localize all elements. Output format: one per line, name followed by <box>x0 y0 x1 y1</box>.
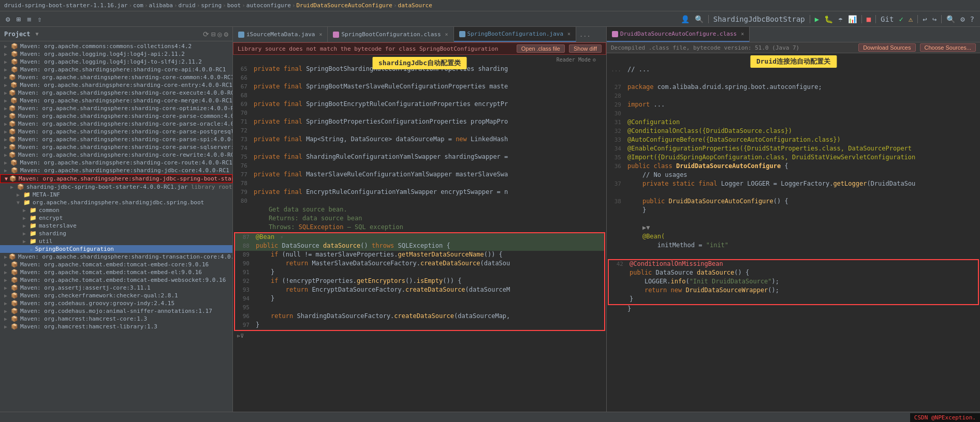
stop-icon[interactable]: ■ <box>865 14 872 24</box>
tree-item[interactable]: ▶ 📦 Maven: org.apache.logging.log4j:log4… <box>0 58 232 66</box>
open-class-button[interactable]: Open .class file <box>517 44 565 53</box>
sidebar-gear-icon[interactable]: ⚙ <box>224 30 228 38</box>
chinese-popup: shardingJdbc自动配置类 <box>372 57 467 69</box>
tree-item[interactable]: ▶ 📦 Maven: org.apache.tomcat.embed:tomca… <box>0 261 232 268</box>
close-tab-icon[interactable]: × <box>567 31 571 37</box>
undo-icon[interactable]: ↩ <box>921 14 928 24</box>
user-icon[interactable]: 👤 <box>679 14 691 24</box>
coverage-icon[interactable]: ☂ <box>837 14 844 24</box>
sync-icon[interactable]: ⟳ <box>203 30 209 38</box>
tree-item-selected[interactable]: ☕ SpringBootConfiguration <box>0 245 232 253</box>
tree-item[interactable]: ▶ 📦 Maven: org.apache.shardingsphere:sha… <box>0 143 232 151</box>
tab-isource[interactable]: iSourceMetaData.java × <box>233 27 328 42</box>
tab-springboot-java[interactable]: SpringBootConfiguration.java × <box>454 27 576 42</box>
tree-item[interactable]: ▶ 📁 encrypt <box>0 214 232 222</box>
find-icon[interactable]: 🔍 <box>945 14 957 24</box>
tree-item[interactable]: ▶ 📁 util <box>0 237 232 245</box>
debug-icon[interactable]: 🐛 <box>823 14 835 24</box>
help-icon[interactable]: ? <box>969 14 976 24</box>
tree-item[interactable]: ▶ 📦 Maven: org.apache.shardingsphere:sha… <box>0 253 232 261</box>
download-sources-button[interactable]: Download Sources <box>858 43 915 52</box>
profile-icon[interactable]: 📊 <box>846 14 858 24</box>
left-code-area[interactable]: 65 private final SpringBootShardingRuleC… <box>233 55 606 412</box>
tree-item[interactable]: ▶ 📦 Maven: org.apache.shardingsphere:sha… <box>0 135 232 143</box>
code-line: 91 } <box>235 268 604 277</box>
breadcrumb-item[interactable]: druid <box>179 2 196 9</box>
right-code-area[interactable]: ... // ... 27 package com.alibaba.druid.… <box>607 53 980 412</box>
tree-item[interactable]: ▶ 📦 Maven: org.apache.shardingsphere:sha… <box>0 66 232 73</box>
code-line: 78 <box>233 179 606 188</box>
tree-item[interactable]: ▶ 📦 Maven: org.apache.shardingsphere:sha… <box>0 81 232 89</box>
breadcrumb-item[interactable]: druid-spring-boot-starter-1.1.16.jar <box>4 2 127 9</box>
tree-item[interactable]: ▶ 📦 Maven: org.apache.tomcat.embed:tomca… <box>0 276 232 284</box>
tree-item[interactable]: ▶ 📁 masterslave <box>0 222 232 230</box>
tree-item[interactable]: ▶ 📦 Maven: org.apache.shardingsphere:sha… <box>0 104 232 112</box>
tree-item[interactable]: ▶ 📦 Maven: org.apache.tomcat.embed:tomca… <box>0 268 232 276</box>
sidebar-dropdown[interactable]: ▼ <box>36 31 39 37</box>
menu-icon[interactable]: ≡ <box>25 14 33 24</box>
tree-item[interactable]: ▶ 📦 Maven: org.apache.shardingsphere:sha… <box>0 159 232 167</box>
main-area: Project ▼ ⟳ ⊟ ◎ ⚙ ▶ 📦 Maven: org.apache.… <box>0 27 980 412</box>
tab-springboot-class[interactable]: SpringBootConfiguration.class × <box>328 27 454 42</box>
right-editor-panel: DruidDataSourceAutoConfigure.class × Dec… <box>607 27 980 412</box>
tree-item[interactable]: ▶ 📦 Maven: org.assertj:assertj-core:3.11… <box>0 284 232 292</box>
tree-item[interactable]: ▶ 📦 Maven: org.apache.shardingsphere:sha… <box>0 151 232 159</box>
tree-item[interactable]: ▶ 📦 Maven: org.checkerframework:checker-… <box>0 292 232 299</box>
tree-item[interactable]: ▼ 📁 org.apache.shardingsphere.shardingjd… <box>0 199 232 206</box>
tree-item[interactable]: ▶ 📁 sharding <box>0 230 232 237</box>
tree-item[interactable]: ▶ 📦 Maven: org.codehaus.mojo:animal-snif… <box>0 307 232 315</box>
git-warning[interactable]: ⚠ <box>907 14 914 24</box>
reader-mode-toggle[interactable]: ⊙ <box>593 57 596 63</box>
code-line-comment: Returns: data source bean <box>233 215 606 223</box>
code-line: 96 return ShardingDataSourceFactory.crea… <box>235 312 604 321</box>
code-line: return new DruidDataSourceWrapper(); <box>609 287 978 295</box>
tree-item[interactable]: ▶ 📦 Maven: org.codehaus.groovy:groovy-in… <box>0 299 232 307</box>
notification-text: Library source does not match the byteco… <box>238 46 498 52</box>
code-line: } <box>607 305 980 314</box>
breadcrumb-item[interactable]: com <box>133 2 143 9</box>
code-line: 28 <box>607 92 980 101</box>
close-tab-icon[interactable]: × <box>445 32 448 37</box>
gutter-icon[interactable]: ⊳⊽ <box>237 333 244 339</box>
sharding-icon: ShardingJdbcBootStrap <box>712 14 807 24</box>
tab-overflow[interactable]: ... <box>576 27 594 42</box>
search-icon[interactable]: 🔍 <box>693 14 705 24</box>
breadcrumb-item[interactable]: boot <box>227 2 241 9</box>
tree-item[interactable]: ▶ 📦 Maven: org.apache.shardingsphere:sha… <box>0 112 232 120</box>
close-tab-icon[interactable]: × <box>319 32 322 37</box>
tree-item[interactable]: ▶ 📁 common <box>0 206 232 214</box>
git-checkmark[interactable]: ✓ <box>897 14 904 24</box>
code-line: 31 @Configuration <box>607 118 980 127</box>
breadcrumb-item[interactable]: alibaba <box>149 2 173 9</box>
tree-item-highlighted[interactable]: ▼ 📦 Maven: org.apache.shardingsphere:sha… <box>0 174 232 183</box>
tree-item[interactable]: ▶ 📦 Maven: org.apache.shardingsphere:sha… <box>0 97 232 104</box>
settings-icon[interactable]: ⚙ <box>4 14 11 24</box>
run-icon[interactable]: ▶ <box>813 14 821 24</box>
fold-icon[interactable]: ▶▼ <box>642 224 650 231</box>
tree-item[interactable]: ▶ 📦 Maven: org.apache.shardingsphere:sha… <box>0 128 232 135</box>
tree-item[interactable]: ▶ 📦 Maven: org.apache.shardingsphere:sha… <box>0 167 232 174</box>
cog-icon[interactable]: ⚙ <box>959 14 966 24</box>
tree-item[interactable]: ▶ 📦 Maven: org.hamcrest:hamcrest-core:1.… <box>0 315 232 323</box>
choose-sources-button[interactable]: Choose Sources... <box>920 43 976 52</box>
expand-icon[interactable]: ⇧ <box>36 14 43 24</box>
show-diff-button[interactable]: Show diff <box>569 44 602 53</box>
breadcrumb-item[interactable]: autoconfigure <box>246 2 291 9</box>
breadcrumb-item[interactable]: spring <box>201 2 222 9</box>
locate-icon[interactable]: ◎ <box>217 30 222 38</box>
tree-item[interactable]: ▶ 📦 sharding-jdbc-spring-boot-starter-4.… <box>0 183 232 191</box>
code-line: 36 public class DruidDataSourceAutoConfi… <box>607 162 980 171</box>
tree-item[interactable]: ▶ 📦 Maven: org.apache.commons:commons-co… <box>0 42 232 50</box>
collapse-all-icon[interactable]: ⊟ <box>211 30 215 38</box>
tab-druid-class[interactable]: DruidDataSourceAutoConfigure.class × <box>607 27 750 42</box>
tree-item[interactable]: ▶ 📁 META-INF <box>0 191 232 199</box>
tree-item[interactable]: ▶ 📦 Maven: org.apache.shardingsphere:sha… <box>0 89 232 97</box>
close-tab-icon[interactable]: × <box>741 31 744 37</box>
redo-icon[interactable]: ↪ <box>931 14 938 24</box>
layout-icon[interactable]: ⊞ <box>14 14 22 24</box>
tree-item[interactable]: ▶ 📦 Maven: org.hamcrest:hamcrest-library… <box>0 323 232 330</box>
breadcrumb-method: dataSource <box>398 2 432 9</box>
tree-item[interactable]: ▶ 📦 Maven: org.apache.shardingsphere:sha… <box>0 73 232 81</box>
tree-item[interactable]: ▶ 📦 Maven: org.apache.logging.log4j:log4… <box>0 50 232 58</box>
tree-item[interactable]: ▶ 📦 Maven: org.apache.shardingsphere:sha… <box>0 120 232 128</box>
